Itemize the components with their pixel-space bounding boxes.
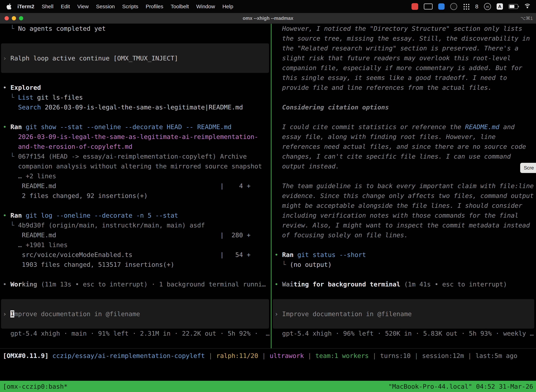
terminal-line: • Working (11m 13s • esc to interrupt) ·… — [0, 280, 271, 289]
terminal-line: including verification notes with those … — [272, 210, 536, 220]
wifi-icon[interactable] — [524, 4, 531, 9]
terminal-line: gpt-5.4 xhigh · main · 91% left · 2.31M … — [0, 329, 271, 338]
terminal-line: output instead. — [272, 161, 536, 171]
terminal-line: └ 4b9d30f (origin/main, instructkr/main,… — [0, 220, 271, 230]
camera-icon[interactable] — [450, 3, 457, 10]
terminal-line: I could cite commit statistics or refere… — [272, 122, 536, 132]
battery-icon[interactable] — [509, 4, 518, 9]
terminal-line: └ No agents completed yet — [0, 24, 271, 33]
terminal-line: references need actual files, and since … — [272, 142, 536, 152]
blue-app-icon[interactable] — [438, 3, 445, 10]
menu-items: iTerm2ShellEditViewSessionScriptsProfile… — [14, 4, 237, 9]
keyboard-icon[interactable] — [424, 4, 433, 9]
terminal-line: provide file and line references from th… — [272, 83, 536, 93]
terminal-line — [272, 112, 536, 122]
battery-percent-badge-icon[interactable]: .61 — [484, 3, 491, 10]
apple-menu-icon[interactable] — [6, 4, 12, 9]
terminal-line — [0, 33, 271, 43]
tmux-host-clock: "MacBook-Pro-44.local" 04:52 31-Mar-26 — [388, 383, 533, 390]
terminal-line: 2 files changed, 92 insertions(+) — [0, 191, 271, 201]
terminal-line — [0, 201, 271, 210]
terminal-line: … +1901 lines — [0, 240, 271, 250]
menu-item-scripts[interactable]: Scripts — [119, 4, 142, 9]
tmux-status-bar: [omx-cczip0:bash* "MacBook-Pro-44.local"… — [0, 381, 536, 392]
terminal-line — [272, 240, 536, 250]
terminal-line: gpt-5.4 xhigh · 96% left · 520K in · 5.8… — [272, 329, 536, 338]
terminal-line: of focusing solely on file lines. — [272, 230, 536, 240]
terminal-line: • Ran git status --short — [272, 250, 536, 260]
prompt-input[interactable]: › Improve documentation in @filename — [1, 299, 269, 329]
menu-item-view[interactable]: View — [74, 4, 92, 9]
terminal-line — [272, 171, 536, 181]
terminal-area: └ No agents completed yet› Ralph loop ac… — [0, 24, 536, 349]
terminal-line: companion file, especially if more comme… — [272, 63, 536, 73]
menu-item-session[interactable]: Session — [92, 4, 119, 9]
input-source-icon[interactable]: A — [497, 3, 503, 10]
terminal-line: • Ran git show --stat --oneline --decora… — [0, 122, 271, 132]
terminal-line — [272, 270, 536, 280]
window-title: omx --xhigh --madmax — [0, 16, 536, 21]
terminal-line: the source tree, missing the essay. Stil… — [272, 33, 536, 43]
menu-item-shell[interactable]: Shell — [38, 4, 57, 9]
ralph-loop-banner[interactable]: › Ralph loop active continue [OMX_TMUX_I… — [1, 43, 269, 73]
terminal-line — [272, 93, 536, 103]
pane-divider[interactable] — [271, 24, 272, 348]
menu-item-edit[interactable]: Edit — [57, 4, 74, 9]
prompt-input[interactable]: › Improve documentation in @filename — [273, 299, 534, 329]
terminal-line: • Waiting for background terminal (1m 41… — [272, 280, 536, 289]
terminal-line: Considering citation options — [272, 103, 536, 112]
terminal-line — [272, 289, 536, 299]
terminal-line: review. Also, I might want to inspect th… — [272, 220, 536, 230]
terminal-line: 2026-03-09-is-legal-the-same-as-legitima… — [0, 132, 271, 142]
terminal-line: essay file, along with finding root file… — [272, 132, 536, 142]
terminal-line: changes, I can't cite specific file line… — [272, 152, 536, 161]
tmux-session-window[interactable]: [omx-cczip0:bash* — [3, 383, 67, 390]
terminal-line: • Explored — [0, 83, 271, 93]
menu-item-iterm2[interactable]: iTerm2 — [14, 4, 38, 9]
menu-item-profiles[interactable]: Profiles — [142, 4, 167, 9]
terminal-line: and-the-erosion-of-copyleft.md — [0, 142, 271, 152]
terminal-line: • Ran git log --oneline --decorate -n 5 … — [0, 210, 271, 220]
menu-bar: iTerm2ShellEditViewSessionScriptsProfile… — [0, 0, 536, 13]
terminal-pane-left[interactable]: └ No agents completed yet› Ralph loop ac… — [0, 24, 271, 348]
terminal-line: this single essay, it seems like a good … — [272, 73, 536, 83]
window-hotkey-badge: ⌥⌘1 — [521, 16, 536, 21]
terminal-line: The team guideline is to back every impo… — [272, 181, 536, 191]
terminal-line — [0, 112, 271, 122]
terminal-line: └ 067f154 (HEAD -> essay/ai-reimplementa… — [0, 152, 271, 161]
traffic-lights — [0, 16, 23, 20]
terminal-line: might be acceptable alongside the file l… — [272, 201, 536, 210]
close-button[interactable] — [5, 16, 9, 20]
terminal-pane-right[interactable]: However, I noticed the "Directory Struct… — [272, 24, 536, 348]
menu-bar-status-icons: 8 .61 A — [412, 3, 536, 10]
terminal-line: companion analysis without altering the … — [0, 161, 271, 171]
terminal-line: src/voice/voiceModeEnabled.ts | 54 + — [0, 250, 271, 260]
terminal-line: evidence. Since this change only affects… — [272, 191, 536, 201]
menu-item-window[interactable]: Window — [192, 4, 219, 9]
terminal-line: Search 2026-03-09-is-legal-the-same-as-l… — [0, 103, 271, 112]
terminal-line: └ (no output) — [272, 260, 536, 270]
menu-item-help[interactable]: Help — [219, 4, 237, 9]
terminal-line — [0, 270, 271, 280]
terminal-line: … +2 lines — [0, 171, 271, 181]
terminal-line: README.md | 4 + — [0, 181, 271, 191]
window-title-bar[interactable]: omx --xhigh --madmax ⌥⌘1 — [0, 13, 536, 24]
terminal-line: README.md | 280 + — [0, 230, 271, 240]
zoom-button[interactable] — [19, 16, 23, 20]
terminal-line: └ List git ls-files — [0, 93, 271, 103]
number-key-icon[interactable]: 8 — [475, 3, 478, 10]
terminal-line: the "Related research writing" section i… — [272, 43, 536, 53]
terminal-line — [0, 73, 271, 83]
terminal-line: 1903 files changed, 513517 insertions(+) — [0, 260, 271, 270]
terminal-line: However, I noticed the "Directory Struct… — [272, 24, 536, 33]
screen-edge-tab[interactable]: Scre — [520, 163, 536, 173]
omx-status-line: [OMX#0.11.9] cczip/essay/ai-reimplementa… — [0, 349, 536, 363]
terminal-line — [0, 289, 271, 299]
terminal-line: slight risk that future readers may over… — [272, 53, 536, 63]
menu-item-toolbelt[interactable]: Toolbelt — [167, 4, 192, 9]
screen-recording-stop-icon[interactable] — [412, 3, 418, 10]
dots-grid-icon[interactable] — [463, 3, 469, 10]
minimize-button[interactable] — [12, 16, 16, 20]
